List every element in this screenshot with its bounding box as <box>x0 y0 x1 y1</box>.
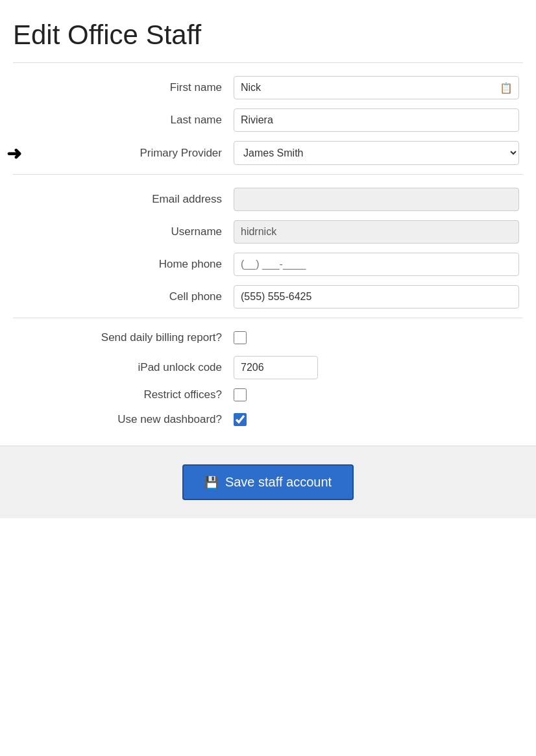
cell-phone-row: Cell phone <box>13 285 523 309</box>
ipad-code-label: iPad unlock code <box>13 361 234 374</box>
restrict-offices-label: Restrict offices? <box>13 388 234 401</box>
ipad-code-input[interactable] <box>234 356 318 379</box>
email-input[interactable] <box>234 188 519 211</box>
save-icon: 💾 <box>204 475 219 490</box>
email-label: Email address <box>13 193 234 206</box>
arrow-icon: ➜ <box>6 142 21 164</box>
ipad-code-row: iPad unlock code <box>13 356 523 379</box>
billing-report-label: Send daily billing report? <box>13 331 234 344</box>
last-name-input[interactable] <box>234 108 519 132</box>
billing-report-checkbox[interactable] <box>234 331 247 344</box>
first-name-label: First name <box>13 81 234 94</box>
save-button-label: Save staff account <box>225 475 332 490</box>
home-phone-input[interactable] <box>234 253 519 276</box>
page-container: Edit Office Staff First name 📋 Last name… <box>0 0 536 426</box>
username-row: Username <box>13 220 523 244</box>
name-section: First name 📋 Last name ➜ Primary Provide… <box>13 76 523 165</box>
section-divider-1 <box>13 174 523 175</box>
billing-report-row: Send daily billing report? <box>13 331 523 344</box>
first-name-row: First name 📋 <box>13 76 523 99</box>
restrict-offices-row: Restrict offices? <box>13 388 523 401</box>
username-input[interactable] <box>234 220 519 244</box>
username-label: Username <box>13 225 234 238</box>
contact-section: Email address Username Home phone Cell p… <box>13 188 523 309</box>
new-dashboard-checkbox[interactable] <box>234 413 247 426</box>
footer-bar: 💾 Save staff account <box>0 446 536 518</box>
cell-phone-input[interactable] <box>234 285 519 309</box>
last-name-label: Last name <box>13 114 234 127</box>
home-phone-label: Home phone <box>13 258 234 271</box>
page-title: Edit Office Staff <box>13 19 523 51</box>
section-divider-2 <box>13 318 523 318</box>
primary-provider-select[interactable]: James Smith <box>234 141 519 165</box>
new-dashboard-label: Use new dashboard? <box>13 413 234 426</box>
save-button[interactable]: 💾 Save staff account <box>182 464 354 500</box>
options-section: Send daily billing report? iPad unlock c… <box>13 331 523 426</box>
cell-phone-label: Cell phone <box>13 290 234 303</box>
home-phone-row: Home phone <box>13 253 523 276</box>
first-name-input-wrapper: 📋 <box>234 76 519 99</box>
first-name-input[interactable] <box>234 76 519 99</box>
email-row: Email address <box>13 188 523 211</box>
list-icon: 📋 <box>500 82 513 94</box>
primary-provider-label: Primary Provider <box>13 147 234 160</box>
restrict-offices-checkbox[interactable] <box>234 388 247 401</box>
title-divider <box>13 62 523 63</box>
primary-provider-row: ➜ Primary Provider James Smith <box>13 141 523 165</box>
last-name-row: Last name <box>13 108 523 132</box>
new-dashboard-row: Use new dashboard? <box>13 413 523 426</box>
